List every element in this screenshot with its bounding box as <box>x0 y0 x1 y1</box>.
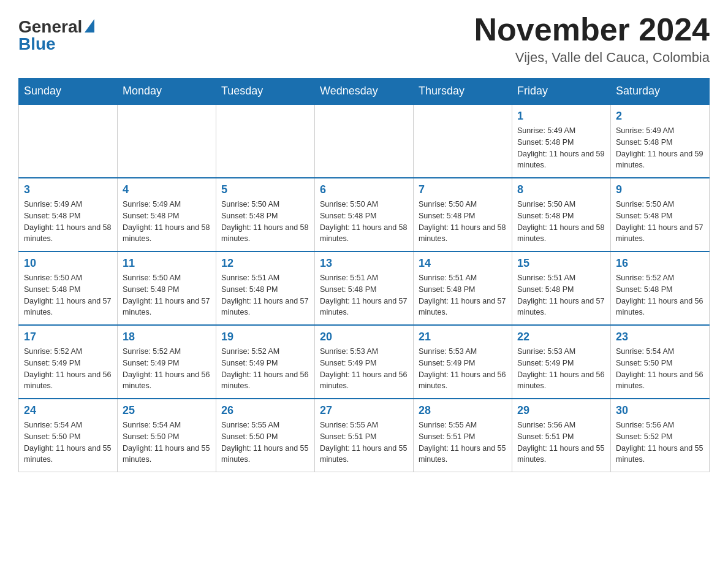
day-info: Sunrise: 5:50 AM Sunset: 5:48 PM Dayligh… <box>123 272 211 318</box>
day-number: 15 <box>517 257 605 270</box>
calendar-cell: 18Sunrise: 5:52 AM Sunset: 5:49 PM Dayli… <box>118 325 216 399</box>
calendar-cell: 10Sunrise: 5:50 AM Sunset: 5:48 PM Dayli… <box>19 251 118 325</box>
day-number: 6 <box>320 183 408 196</box>
day-number: 8 <box>517 183 605 196</box>
day-info: Sunrise: 5:49 AM Sunset: 5:48 PM Dayligh… <box>123 199 211 245</box>
calendar-cell: 15Sunrise: 5:51 AM Sunset: 5:48 PM Dayli… <box>512 251 611 325</box>
calendar-week-row: 3Sunrise: 5:49 AM Sunset: 5:48 PM Daylig… <box>19 178 710 251</box>
calendar-cell: 7Sunrise: 5:50 AM Sunset: 5:48 PM Daylig… <box>414 178 512 251</box>
calendar-header-monday: Monday <box>118 79 216 105</box>
day-number: 13 <box>320 257 408 270</box>
day-number: 27 <box>320 404 408 417</box>
calendar-cell: 1Sunrise: 5:49 AM Sunset: 5:48 PM Daylig… <box>512 104 611 178</box>
calendar-cell <box>315 104 414 178</box>
day-info: Sunrise: 5:51 AM Sunset: 5:48 PM Dayligh… <box>320 272 408 318</box>
logo-triangle-icon <box>85 19 94 33</box>
calendar-cell: 5Sunrise: 5:50 AM Sunset: 5:48 PM Daylig… <box>216 178 315 251</box>
title-block: November 2024 Vijes, Valle del Cauca, Co… <box>474 12 710 66</box>
calendar-cell: 25Sunrise: 5:54 AM Sunset: 5:50 PM Dayli… <box>118 399 216 472</box>
day-number: 14 <box>419 257 507 270</box>
day-number: 1 <box>517 110 605 123</box>
calendar-week-row: 24Sunrise: 5:54 AM Sunset: 5:50 PM Dayli… <box>19 399 710 472</box>
location-subtitle: Vijes, Valle del Cauca, Colombia <box>474 50 710 66</box>
calendar-cell: 17Sunrise: 5:52 AM Sunset: 5:49 PM Dayli… <box>19 325 118 399</box>
calendar-header-sunday: Sunday <box>19 79 118 105</box>
day-info: Sunrise: 5:49 AM Sunset: 5:48 PM Dayligh… <box>517 125 605 171</box>
calendar-cell <box>118 104 216 178</box>
day-info: Sunrise: 5:54 AM Sunset: 5:50 PM Dayligh… <box>123 419 211 465</box>
day-info: Sunrise: 5:50 AM Sunset: 5:48 PM Dayligh… <box>419 199 507 245</box>
day-info: Sunrise: 5:52 AM Sunset: 5:48 PM Dayligh… <box>616 272 704 318</box>
day-number: 23 <box>616 331 704 343</box>
calendar-cell: 19Sunrise: 5:52 AM Sunset: 5:49 PM Dayli… <box>216 325 315 399</box>
calendar-header-tuesday: Tuesday <box>216 79 315 105</box>
day-info: Sunrise: 5:51 AM Sunset: 5:48 PM Dayligh… <box>419 272 507 318</box>
day-info: Sunrise: 5:50 AM Sunset: 5:48 PM Dayligh… <box>616 199 704 245</box>
calendar-cell: 16Sunrise: 5:52 AM Sunset: 5:48 PM Dayli… <box>611 251 710 325</box>
day-info: Sunrise: 5:55 AM Sunset: 5:50 PM Dayligh… <box>221 419 309 465</box>
day-number: 21 <box>419 331 507 343</box>
calendar-header-thursday: Thursday <box>414 79 512 105</box>
day-number: 3 <box>24 183 112 196</box>
day-number: 5 <box>221 183 309 196</box>
day-info: Sunrise: 5:49 AM Sunset: 5:48 PM Dayligh… <box>616 125 704 171</box>
calendar-header-row: SundayMondayTuesdayWednesdayThursdayFrid… <box>19 79 710 105</box>
day-number: 19 <box>221 331 309 343</box>
calendar-cell: 20Sunrise: 5:53 AM Sunset: 5:49 PM Dayli… <box>315 325 414 399</box>
calendar-cell <box>19 104 118 178</box>
day-info: Sunrise: 5:53 AM Sunset: 5:49 PM Dayligh… <box>320 346 408 392</box>
calendar-cell: 2Sunrise: 5:49 AM Sunset: 5:48 PM Daylig… <box>611 104 710 178</box>
day-number: 26 <box>221 404 309 417</box>
day-info: Sunrise: 5:55 AM Sunset: 5:51 PM Dayligh… <box>419 419 507 465</box>
day-number: 30 <box>616 404 704 417</box>
day-number: 12 <box>221 257 309 270</box>
day-info: Sunrise: 5:54 AM Sunset: 5:50 PM Dayligh… <box>616 346 704 392</box>
calendar-cell: 8Sunrise: 5:50 AM Sunset: 5:48 PM Daylig… <box>512 178 611 251</box>
day-number: 18 <box>123 331 211 343</box>
calendar-week-row: 17Sunrise: 5:52 AM Sunset: 5:49 PM Dayli… <box>19 325 710 399</box>
logo-blue-text: Blue <box>18 36 56 53</box>
calendar-cell: 21Sunrise: 5:53 AM Sunset: 5:49 PM Dayli… <box>414 325 512 399</box>
day-info: Sunrise: 5:52 AM Sunset: 5:49 PM Dayligh… <box>24 346 112 392</box>
day-info: Sunrise: 5:52 AM Sunset: 5:49 PM Dayligh… <box>221 346 309 392</box>
calendar-cell: 23Sunrise: 5:54 AM Sunset: 5:50 PM Dayli… <box>611 325 710 399</box>
day-info: Sunrise: 5:55 AM Sunset: 5:51 PM Dayligh… <box>320 419 408 465</box>
calendar-cell: 30Sunrise: 5:56 AM Sunset: 5:52 PM Dayli… <box>611 399 710 472</box>
calendar-cell: 4Sunrise: 5:49 AM Sunset: 5:48 PM Daylig… <box>118 178 216 251</box>
day-info: Sunrise: 5:54 AM Sunset: 5:50 PM Dayligh… <box>24 419 112 465</box>
day-info: Sunrise: 5:51 AM Sunset: 5:48 PM Dayligh… <box>517 272 605 318</box>
calendar-cell <box>216 104 315 178</box>
calendar-cell: 3Sunrise: 5:49 AM Sunset: 5:48 PM Daylig… <box>19 178 118 251</box>
month-title: November 2024 <box>474 12 710 47</box>
calendar-cell: 24Sunrise: 5:54 AM Sunset: 5:50 PM Dayli… <box>19 399 118 472</box>
calendar-header-friday: Friday <box>512 79 611 105</box>
day-info: Sunrise: 5:53 AM Sunset: 5:49 PM Dayligh… <box>517 346 605 392</box>
day-number: 28 <box>419 404 507 417</box>
calendar-cell: 9Sunrise: 5:50 AM Sunset: 5:48 PM Daylig… <box>611 178 710 251</box>
day-number: 22 <box>517 331 605 343</box>
day-number: 9 <box>616 183 704 196</box>
day-info: Sunrise: 5:52 AM Sunset: 5:49 PM Dayligh… <box>123 346 211 392</box>
day-info: Sunrise: 5:50 AM Sunset: 5:48 PM Dayligh… <box>221 199 309 245</box>
day-info: Sunrise: 5:56 AM Sunset: 5:51 PM Dayligh… <box>517 419 605 465</box>
day-number: 17 <box>24 331 112 343</box>
calendar-cell: 29Sunrise: 5:56 AM Sunset: 5:51 PM Dayli… <box>512 399 611 472</box>
day-number: 7 <box>419 183 507 196</box>
day-number: 16 <box>616 257 704 270</box>
day-number: 10 <box>24 257 112 270</box>
day-info: Sunrise: 5:49 AM Sunset: 5:48 PM Dayligh… <box>24 199 112 245</box>
calendar-cell <box>414 104 512 178</box>
day-number: 11 <box>123 257 211 270</box>
page-header: General Blue November 2024 Vijes, Valle … <box>18 12 710 66</box>
logo-general-text: General <box>18 18 82 36</box>
day-info: Sunrise: 5:53 AM Sunset: 5:49 PM Dayligh… <box>419 346 507 392</box>
day-info: Sunrise: 5:50 AM Sunset: 5:48 PM Dayligh… <box>517 199 605 245</box>
day-number: 29 <box>517 404 605 417</box>
day-info: Sunrise: 5:56 AM Sunset: 5:52 PM Dayligh… <box>616 419 704 465</box>
calendar-cell: 26Sunrise: 5:55 AM Sunset: 5:50 PM Dayli… <box>216 399 315 472</box>
calendar-cell: 27Sunrise: 5:55 AM Sunset: 5:51 PM Dayli… <box>315 399 414 472</box>
day-info: Sunrise: 5:50 AM Sunset: 5:48 PM Dayligh… <box>24 272 112 318</box>
calendar-cell: 14Sunrise: 5:51 AM Sunset: 5:48 PM Dayli… <box>414 251 512 325</box>
calendar-header-saturday: Saturday <box>611 79 710 105</box>
calendar-week-row: 10Sunrise: 5:50 AM Sunset: 5:48 PM Dayli… <box>19 251 710 325</box>
